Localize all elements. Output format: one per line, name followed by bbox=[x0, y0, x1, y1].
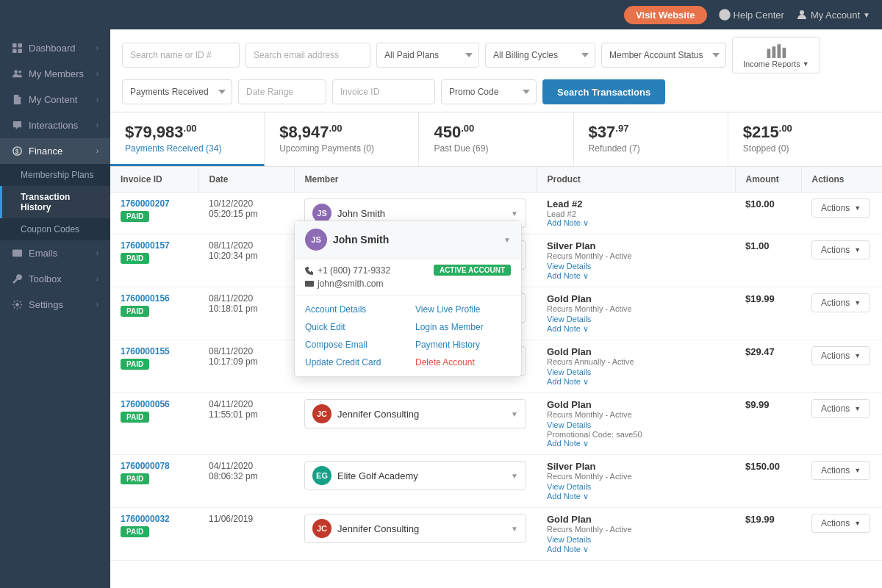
time-value: 10:17:09 pm bbox=[209, 356, 284, 367]
add-note-link[interactable]: Add Note ∨ bbox=[547, 545, 725, 554]
toolbox-chevron: › bbox=[96, 275, 98, 283]
popup-action-paymentHistory[interactable]: Payment History bbox=[415, 338, 511, 351]
summary-tab-refunded[interactable]: $37.97 Refunded (7) bbox=[574, 112, 728, 166]
add-note-link[interactable]: Add Note ∨ bbox=[547, 324, 725, 334]
popup-action-composeEmail[interactable]: Compose Email bbox=[305, 338, 401, 351]
sidebar-item-finance[interactable]: $ Finance › bbox=[0, 138, 110, 164]
sidebar-item-my-content[interactable]: My Content › bbox=[0, 87, 110, 112]
amount-value: $9.99 bbox=[745, 399, 770, 410]
popup-chevron[interactable]: ▼ bbox=[503, 236, 511, 244]
income-reports-button[interactable]: Income Reports ▼ bbox=[732, 37, 820, 74]
sidebar-item-settings[interactable]: Settings › bbox=[0, 292, 110, 318]
account-status-select[interactable]: Member Account Status Member Account Sta… bbox=[601, 43, 726, 68]
sidebar-members-label: My Members bbox=[29, 68, 84, 79]
actions-button[interactable]: Actions ▼ bbox=[811, 198, 870, 218]
add-note-link[interactable]: Add Note ∨ bbox=[547, 271, 725, 281]
view-details-link[interactable]: View Details bbox=[547, 535, 591, 544]
sidebar-settings-label: Settings bbox=[29, 299, 63, 310]
billing-cycles-select[interactable]: All Billing Cycles All Billing CyclesMon… bbox=[485, 43, 595, 68]
sidebar-item-toolbox[interactable]: Toolbox › bbox=[0, 266, 110, 292]
summary-tab-past-due[interactable]: 450.00 Past Due (69) bbox=[419, 112, 573, 166]
actions-button[interactable]: Actions ▼ bbox=[811, 346, 870, 365]
popup-action-accountDetails[interactable]: Account Details bbox=[305, 303, 401, 316]
invoice-id-link[interactable]: 1760000032 bbox=[121, 514, 188, 524]
view-details-link[interactable]: View Details bbox=[547, 482, 591, 491]
add-note-link[interactable]: Add Note ∨ bbox=[547, 377, 725, 387]
popup-action-loginAsMember[interactable]: Login as Member bbox=[415, 320, 511, 334]
member-name: Elite Golf Academy bbox=[337, 470, 418, 481]
amount-value: $19.99 bbox=[745, 514, 775, 525]
popup-action-quickEdit[interactable]: Quick Edit bbox=[305, 320, 401, 334]
members-chevron: › bbox=[96, 70, 98, 78]
sidebar-sub-transaction-history[interactable]: Transaction History bbox=[0, 186, 110, 218]
svg-rect-3 bbox=[12, 43, 17, 48]
svg-rect-13 bbox=[767, 49, 770, 57]
product-detail: Recurs Monthly - Active bbox=[547, 251, 725, 260]
invoice-id-link[interactable]: 1760000207 bbox=[121, 198, 188, 209]
status-badge: PAID bbox=[121, 306, 149, 317]
payment-type-select[interactable]: Payments Received Payments ReceivedUpcom… bbox=[122, 79, 232, 104]
add-note-link[interactable]: Add Note ∨ bbox=[547, 439, 725, 448]
member-dropdown[interactable]: JC Jennifer Consulting ▼ bbox=[304, 399, 526, 429]
help-center-link[interactable]: ? Help Center bbox=[719, 9, 784, 21]
status-badge: PAID bbox=[121, 412, 149, 423]
date-value: 08/11/2020 bbox=[209, 240, 284, 251]
actions-button[interactable]: Actions ▼ bbox=[811, 514, 870, 533]
past-due-amount: 450.00 bbox=[434, 123, 558, 142]
summary-tab-stopped[interactable]: $215.00 Stopped (0) bbox=[728, 112, 882, 166]
view-details-link[interactable]: View Details bbox=[547, 368, 591, 376]
content-chevron: › bbox=[96, 96, 98, 104]
promo-code-select[interactable]: Promo Code Promo Codesave50promo10 bbox=[441, 79, 537, 104]
invoice-id-link[interactable]: 1760000157 bbox=[121, 240, 188, 251]
actions-button[interactable]: Actions ▼ bbox=[811, 461, 870, 480]
summary-tab-payments-received[interactable]: $79,983.00 Payments Received (34) bbox=[110, 112, 265, 166]
view-details-link[interactable]: View Details bbox=[547, 315, 591, 323]
popup-action-deleteAccount[interactable]: Delete Account bbox=[415, 356, 511, 369]
sidebar-sub-membership-plans[interactable]: Membership Plans bbox=[0, 164, 110, 186]
table-row: 1760000207 PAID 10/12/2020 05:20:15 pm J… bbox=[110, 193, 882, 234]
view-details-link[interactable]: View Details bbox=[547, 420, 591, 429]
add-note-link[interactable]: Add Note ∨ bbox=[547, 218, 725, 228]
search-name-input[interactable] bbox=[122, 43, 240, 68]
emails-chevron: › bbox=[96, 249, 98, 257]
summary-tab-upcoming[interactable]: $8,947.00 Upcoming Payments (0) bbox=[265, 112, 419, 166]
invoice-id-link[interactable]: 1760000155 bbox=[121, 346, 188, 356]
status-badge: PAID bbox=[121, 526, 149, 537]
plans-select[interactable]: All Paid Plans All Paid PlansFree PlansM… bbox=[376, 43, 479, 68]
sidebar-item-interactions[interactable]: Interactions › bbox=[0, 112, 110, 138]
actions-button[interactable]: Actions ▼ bbox=[811, 399, 870, 418]
popup-action-viewLiveProfile[interactable]: View Live Profile bbox=[415, 303, 511, 316]
sidebar-item-dashboard[interactable]: Dashboard › bbox=[0, 35, 110, 61]
past-due-label: Past Due (69) bbox=[434, 143, 558, 154]
invoice-id-link[interactable]: 1760000078 bbox=[121, 461, 188, 471]
add-note-link[interactable]: Add Note ∨ bbox=[547, 492, 725, 501]
view-details-link[interactable]: View Details bbox=[547, 262, 591, 270]
invoice-id-link[interactable]: 1760000056 bbox=[121, 399, 188, 409]
sidebar-item-emails[interactable]: Emails › bbox=[0, 240, 110, 266]
actions-button[interactable]: Actions ▼ bbox=[811, 240, 870, 259]
sidebar-item-my-members[interactable]: My Members › bbox=[0, 61, 110, 87]
invoice-id-input[interactable] bbox=[332, 79, 435, 104]
search-email-input[interactable] bbox=[245, 43, 370, 68]
actions-chevron: ▼ bbox=[854, 352, 861, 359]
invoice-id-link[interactable]: 1760000156 bbox=[121, 293, 188, 304]
interactions-chevron: › bbox=[96, 121, 98, 129]
coin-icon: $ bbox=[12, 146, 23, 157]
popup-action-updateCreditCard[interactable]: Update Credit Card bbox=[305, 356, 401, 369]
search-transactions-button[interactable]: Search Transactions bbox=[542, 79, 665, 104]
member-dropdown-chevron: ▼ bbox=[511, 525, 518, 533]
filter-row-1: All Paid Plans All Paid PlansFree PlansM… bbox=[122, 37, 870, 104]
my-account-link[interactable]: My Account ▼ bbox=[796, 9, 870, 21]
date-value: 04/11/2020 bbox=[209, 461, 284, 471]
member-dropdown[interactable]: EG Elite Golf Academy ▼ bbox=[304, 461, 526, 490]
visit-website-button[interactable]: Visit Website bbox=[624, 6, 706, 24]
bar-chart-icon bbox=[766, 42, 786, 58]
filter-bar: All Paid Plans All Paid PlansFree PlansM… bbox=[110, 29, 882, 112]
svg-text:?: ? bbox=[723, 11, 727, 19]
member-dropdown[interactable]: JC Jennifer Consulting ▼ bbox=[304, 514, 526, 543]
svg-rect-15 bbox=[777, 44, 781, 58]
sidebar-sub-coupon-codes[interactable]: Coupon Codes bbox=[0, 218, 110, 240]
actions-button[interactable]: Actions ▼ bbox=[811, 293, 870, 312]
grid-icon bbox=[12, 43, 23, 54]
date-range-input[interactable] bbox=[238, 79, 326, 104]
